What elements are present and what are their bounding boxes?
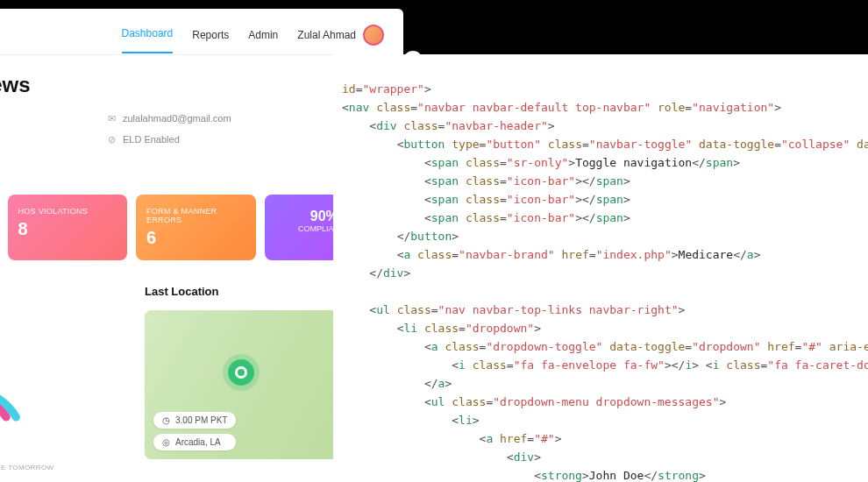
user-chip[interactable]: Zulal Ahmad [297,25,384,46]
driver-name: Valter Andrews [0,73,384,97]
service-title: ervice [0,285,118,298]
info-row: ⦿ t ◷ y 70 hour / 8 day ✉ zulalahmad0@gm… [0,113,384,145]
map-pin-icon [228,359,254,386]
pin-icon: ◎ [162,437,170,447]
envelope-icon: ✉ [107,113,117,124]
hos-card[interactable]: HOS VIOLATIONS 8 [8,195,128,260]
check-icon: ⊘ [107,134,117,145]
time-chip: ◷ 3.00 PM PKT [153,412,236,429]
service-col: ervice TODAY 2 hr 15 min HOURS AVAILABLE… [0,285,118,471]
email-item: ✉ zulalahmad0@gmail.com [107,113,231,124]
form-errors-card[interactable]: FORM & MANNER ERRORS 6 [136,195,256,260]
top-bar: Andrews Dashboard Reports Admin Zulal Ah… [0,25,384,55]
nav-admin[interactable]: Admin [248,29,278,41]
map[interactable]: ◷ 3.00 PM PKT ◎ Arcadia, LA [145,310,338,459]
nav-dashboard[interactable]: Dashboard [122,27,174,53]
arc-chart [0,310,54,442]
eld-item: ⊘ ELD Enabled [107,134,231,145]
code-viewer: id="wrapper"> <nav class="navbar navbar-… [333,54,868,482]
summary-cards: MPLIANTS 108 HOS VIOLATIONS 8 FORM & MAN… [0,195,384,260]
place-chip: ◎ Arcadia, LA [153,434,236,450]
clock-icon: ◷ [162,415,170,425]
user-name: Zulal Ahmad [297,29,356,41]
avatar [363,25,384,46]
nav-reports[interactable]: Reports [192,29,229,41]
summary-title: Summary [0,169,384,182]
